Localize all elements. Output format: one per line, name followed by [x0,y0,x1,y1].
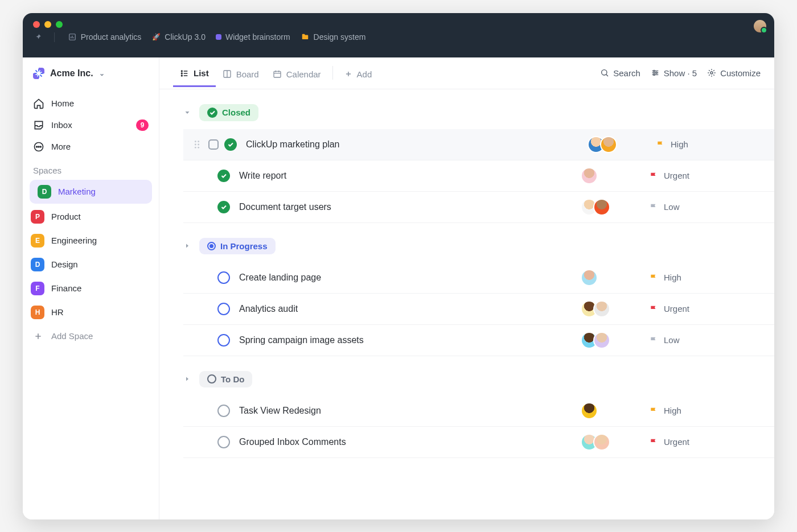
minimize-window[interactable] [44,21,51,28]
priority[interactable]: Urgent [649,304,723,314]
svg-point-10 [602,70,607,75]
assignees [581,332,649,349]
tab-label: Product analytics [81,32,142,42]
plus-icon [32,330,44,343]
status-pill[interactable]: In Progress [199,238,276,254]
add-view[interactable]: Add [338,60,379,86]
status-todo-icon[interactable] [217,436,230,448]
priority[interactable]: Urgent [649,437,723,447]
add-space-button[interactable]: Add Space [23,324,159,348]
space-icon: P [31,210,44,224]
task-row[interactable]: Grouped Inbox CommentsUrgent [183,426,774,457]
status-pill[interactable]: Closed [199,104,258,121]
status-todo-icon[interactable] [217,405,230,417]
assignee-avatar[interactable] [581,402,598,419]
assignee-avatar[interactable] [581,269,598,286]
task-title: ClickUp marketing plan [246,139,588,150]
assignees [581,199,649,216]
tab-design-system[interactable]: Design system [301,32,366,42]
nav-label: Home [51,98,74,108]
inbox-icon [33,119,44,131]
assignee-avatar[interactable] [593,332,610,349]
chevron-right-icon[interactable] [182,376,192,382]
sidebar-space-marketing[interactable]: DMarketing [30,180,152,204]
top-tabs: │ Product analytics 🚀 ClickUp 3.0 Widget… [23,32,774,47]
space-label: Marketing [58,187,96,196]
task-row[interactable]: ClickUp marketing planHigh [183,129,774,160]
priority-label: Low [664,202,680,212]
customize-button[interactable]: Customize [707,68,761,78]
task-row[interactable]: Spring campaign image assetsLow [183,324,774,356]
task-checkbox[interactable] [208,139,219,150]
status-label: To Do [221,374,244,384]
task-row[interactable]: Analytics auditUrgent [183,293,774,324]
status-progress-icon[interactable] [217,303,230,315]
sidebar-space-design[interactable]: DDesign [23,253,159,277]
view-list[interactable]: List [173,59,216,87]
drag-handle-icon[interactable] [194,140,204,149]
user-avatar[interactable] [754,20,766,32]
svg-rect-9 [274,71,281,77]
sidebar-space-hr[interactable]: HHR [23,300,159,324]
space-label: Design [51,259,78,269]
tab-widget-brainstorm[interactable]: Widget brainstorm [216,32,290,42]
space-label: Engineering [51,236,97,245]
assignee-avatar[interactable] [600,136,617,153]
maximize-window[interactable] [56,21,63,28]
tab-clickup-3[interactable]: 🚀 ClickUp 3.0 [151,32,206,42]
status-progress-icon[interactable] [217,271,230,284]
priority[interactable]: Urgent [649,171,723,180]
status-done-icon[interactable] [217,170,230,182]
view-label: Calendar [286,69,321,79]
task-title: Grouped Inbox Comments [239,437,581,447]
assignee-avatar[interactable] [593,434,610,451]
task-row[interactable]: Write reportUrgent [183,160,774,191]
nav-inbox[interactable]: Inbox 9 [23,114,159,136]
view-board[interactable]: Board [216,60,266,86]
chevron-down-icon[interactable] [182,109,192,116]
task-title: Analytics audit [239,304,581,314]
priority[interactable]: Low [649,335,723,345]
view-calendar[interactable]: Calendar [266,60,328,86]
nav-label: More [51,142,71,151]
task-row[interactable]: Task View RedesignHigh [183,395,774,426]
sidebar-space-finance[interactable]: FFinance [23,277,159,300]
tab-product-analytics[interactable]: Product analytics [68,32,142,42]
pin-icon[interactable] [34,33,42,41]
sidebar-space-product[interactable]: PProduct [23,205,159,229]
progress-icon [207,242,216,250]
search-button[interactable]: Search [600,68,640,78]
board-icon [223,69,232,79]
view-label: Board [236,69,259,79]
plus-icon [344,70,352,78]
assignees [588,136,656,153]
close-window[interactable] [33,21,40,28]
flag-icon [649,171,658,180]
status-done-icon[interactable] [224,138,237,151]
priority[interactable]: High [656,139,730,149]
chevron-right-icon[interactable] [182,242,192,249]
nav-home[interactable]: Home [23,93,159,114]
priority[interactable]: Low [649,202,723,212]
nav-more[interactable]: More [23,136,159,158]
app-body: Acme Inc. ⌄ Home Inbox 9 [23,57,774,519]
status-pill[interactable]: To Do [199,371,252,387]
circle-icon [207,374,216,383]
group-header: In Progress [159,233,774,259]
workspace-switcher[interactable]: Acme Inc. ⌄ [23,61,159,86]
assignee-avatar[interactable] [593,199,610,216]
task-title: Spring campaign image assets [239,335,581,345]
status-done-icon[interactable] [217,201,230,213]
home-icon [33,98,44,109]
more-icon [33,141,44,152]
sidebar-space-engineering[interactable]: EEngineering [23,229,159,253]
assignee-avatar[interactable] [593,300,610,317]
status-progress-icon[interactable] [217,334,230,347]
task-row[interactable]: Document target usersLow [183,191,774,222]
priority[interactable]: High [649,406,723,415]
show-filters[interactable]: Show · 5 [651,68,697,78]
priority[interactable]: High [649,273,723,282]
assignee-avatar[interactable] [581,167,598,184]
task-row[interactable]: Create landing pageHigh [183,262,774,293]
clickup-logo-icon [33,68,44,79]
